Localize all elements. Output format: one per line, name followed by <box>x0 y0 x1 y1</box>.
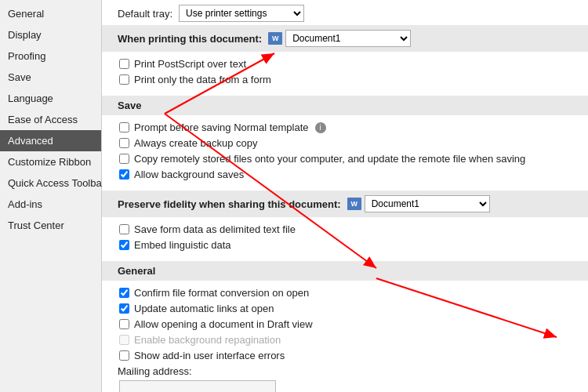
embed-linguistic-row: Embed linguistic data <box>119 239 572 251</box>
update-links-checkbox[interactable] <box>119 303 129 314</box>
enable-repagination-label: Enable background repagination <box>134 334 281 346</box>
print-form-data-row: Print only the data from a form <box>119 74 572 85</box>
sidebar-item-customize-ribbon[interactable]: Customize Ribbon <box>0 151 101 172</box>
save-form-data-row: Save form data as delimited text file <box>119 223 572 235</box>
print-postscript-checkbox[interactable] <box>119 59 129 69</box>
always-backup-checkbox[interactable] <box>119 138 129 148</box>
print-options-section: Print PostScript over text Print only th… <box>102 52 588 96</box>
enable-repagination-checkbox <box>119 335 129 345</box>
preserve-fidelity-row: Preserve fidelity when sharing this docu… <box>102 191 588 217</box>
save-form-data-label: Save form data as delimited text file <box>134 223 296 235</box>
sidebar-item-ease-of-access[interactable]: Ease of Access <box>0 109 101 130</box>
doc1-icon: W <box>268 32 282 45</box>
always-backup-row: Always create backup copy <box>119 137 572 149</box>
when-printing-label: When printing this document: <box>118 33 262 45</box>
allow-draft-label: Allow opening a document in Draft view <box>134 318 313 330</box>
prompt-info-icon[interactable]: i <box>315 122 326 133</box>
update-links-row: Update automatic links at open <box>119 303 572 314</box>
general-section-header-row: General <box>102 261 588 281</box>
show-addin-row: Show add-in user interface errors <box>119 350 572 361</box>
print-form-data-checkbox[interactable] <box>119 74 129 85</box>
allow-background-checkbox[interactable] <box>119 169 129 180</box>
doc1-select[interactable]: Document1 <box>285 30 411 47</box>
show-addin-label: Show add-in user interface errors <box>134 350 285 361</box>
prompt-before-checkbox[interactable] <box>119 122 129 132</box>
confirm-format-row: Confirm file format conversion on open <box>119 287 572 299</box>
print-postscript-row: Print PostScript over text <box>119 58 572 70</box>
allow-draft-row: Allow opening a document in Draft view <box>119 318 572 330</box>
allow-background-label: Allow background saves <box>134 169 244 180</box>
show-addin-checkbox[interactable] <box>119 350 129 361</box>
preserve-options-section: Save form data as delimited text file Em… <box>102 217 588 261</box>
allow-draft-checkbox[interactable] <box>119 319 129 329</box>
copy-remote-checkbox[interactable] <box>119 154 129 164</box>
sidebar-item-proofing[interactable]: Proofing <box>0 45 101 67</box>
general-section-header: General <box>118 265 155 277</box>
default-tray-row: Default tray: Use printer settings <box>102 0 588 25</box>
sidebar-item-trust-center[interactable]: Trust Center <box>0 215 101 236</box>
doc2-select-container: W Document1 <box>347 195 490 212</box>
print-postscript-label: Print PostScript over text <box>134 58 246 70</box>
copy-remote-label: Copy remotely stored files onto your com… <box>134 153 525 165</box>
allow-background-row: Allow background saves <box>119 169 572 180</box>
doc2-select[interactable]: Document1 <box>365 195 490 212</box>
update-links-label: Update automatic links at open <box>134 303 274 314</box>
doc1-select-container: W Document1 <box>268 30 411 47</box>
save-section-header: Save <box>118 100 141 111</box>
embed-linguistic-label: Embed linguistic data <box>134 239 231 251</box>
confirm-format-label: Confirm file format conversion on open <box>134 287 309 299</box>
copy-remote-row: Copy remotely stored files onto your com… <box>119 153 572 165</box>
sidebar-item-display[interactable]: Display <box>0 24 101 45</box>
save-section-header-row: Save <box>102 96 588 115</box>
mailing-address-input[interactable] <box>119 380 276 392</box>
sidebar: General Display Proofing Save Language E… <box>0 0 102 392</box>
enable-repagination-row: Enable background repagination <box>119 334 572 346</box>
prompt-before-row: Prompt before saving Normal template i <box>119 122 572 133</box>
preserve-fidelity-label: Preserve fidelity when sharing this docu… <box>118 198 341 210</box>
confirm-format-checkbox[interactable] <box>119 288 129 298</box>
mailing-address-label: Mailing address: <box>118 365 192 377</box>
always-backup-label: Always create backup copy <box>134 137 258 149</box>
prompt-before-label: Prompt before saving Normal template <box>134 122 309 133</box>
default-tray-select[interactable]: Use printer settings <box>179 5 304 22</box>
main-content: Default tray: Use printer settings When … <box>102 0 588 392</box>
print-form-data-label: Print only the data from a form <box>134 74 271 85</box>
default-tray-label: Default tray: <box>118 8 172 20</box>
save-form-data-checkbox[interactable] <box>119 224 129 234</box>
general-options-section: Confirm file format conversion on open U… <box>102 281 588 392</box>
sidebar-item-quick-access-toolbar[interactable]: Quick Access Toolbar <box>0 172 101 194</box>
doc2-icon: W <box>347 198 361 210</box>
sidebar-item-add-ins[interactable]: Add-ins <box>0 194 101 215</box>
save-options-section: Prompt before saving Normal template i A… <box>102 115 588 191</box>
embed-linguistic-checkbox[interactable] <box>119 240 129 250</box>
sidebar-item-advanced[interactable]: Advanced <box>0 130 101 151</box>
sidebar-item-save[interactable]: Save <box>0 67 101 88</box>
when-printing-row: When printing this document: W Document1 <box>102 25 588 52</box>
sidebar-item-general[interactable]: General <box>0 3 101 24</box>
mailing-address-row: Mailing address: <box>118 365 572 377</box>
sidebar-item-language[interactable]: Language <box>0 88 101 109</box>
